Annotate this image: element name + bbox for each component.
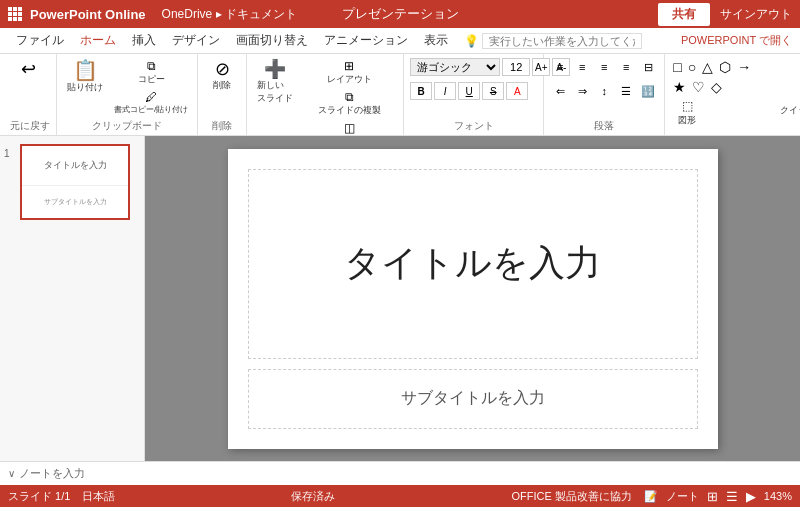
presentation-title: プレゼンテーション [342,5,459,23]
view-reading-icon[interactable]: ☰ [726,489,738,504]
view-slide-icon[interactable]: ▶ [746,489,756,504]
signin-button[interactable]: サインアウト [720,6,792,23]
app-title: PowerPoint Online [30,7,146,22]
hide-slide-icon: ◫ [344,121,355,135]
shape-rect[interactable]: □ [671,58,683,76]
notes-label: ノートを入力 [19,466,85,481]
menu-view[interactable]: 表示 [416,28,456,53]
shape-circle[interactable]: ○ [686,58,698,76]
view-normal-icon[interactable]: ⊞ [707,489,718,504]
note-icon[interactable]: 📝 [644,490,658,503]
shapes-icon: ⬚ [682,99,693,113]
duplicate-slide-button[interactable]: ⧉ スライドの複製 [301,89,397,118]
font-size-input[interactable] [502,58,530,76]
slide-canvas[interactable]: タイトルを入力 サブタイトルを入力 [228,149,718,449]
ribbon-group-clipboard: 📋 貼り付け ⧉ コピー 🖊 書式コピー/貼り付け クリップボード [57,54,198,135]
justify-button[interactable]: ≡ [616,58,636,76]
copy-button[interactable]: ⧉ コピー [111,58,191,87]
ribbon: ↩ 元に戻す 📋 貼り付け ⧉ コピー 🖊 書式コピー/貼り付け クリップボ [0,54,800,136]
shape-heart[interactable]: ♡ [690,78,707,96]
shape-star[interactable]: ★ [671,78,688,96]
notes-chevron-icon: ∨ [8,468,15,479]
menu-design[interactable]: デザイン [164,28,228,53]
shape-diamond[interactable]: ◇ [709,78,724,96]
duplicate-icon: ⧉ [345,90,354,104]
menu-transitions[interactable]: 画面切り替え [228,28,316,53]
delete-icon: ⊘ [215,60,230,78]
decrease-indent-button[interactable]: ⇐ [550,82,570,100]
quick-styles-button[interactable]: ✦ クイックスタイル [777,89,800,118]
arrange-button[interactable]: ⚙ 配置 [777,58,800,87]
line-spacing-button[interactable]: ↕ [594,82,614,100]
copy-icon: ⧉ [147,59,156,73]
slide-info: スライド 1/1 [8,489,70,504]
thumb-subtitle: サブタイトルを入力 [44,197,107,207]
ribbon-group-delete: ⊘ 削除 削除 [198,54,247,135]
columns-button[interactable]: ⊟ [638,58,658,76]
tell-me-input[interactable] [482,33,642,49]
slide-number: 1 [4,148,16,159]
slide-panel: 1 タイトルを入力 サブタイトルを入力 [0,136,145,461]
canvas-area: タイトルを入力 サブタイトルを入力 [145,136,800,461]
bullets-button[interactable]: ☰ [616,82,636,100]
slide-title-text[interactable]: タイトルを入力 [344,239,601,288]
menu-insert[interactable]: 挿入 [124,28,164,53]
align-center-button[interactable]: ≡ [572,58,592,76]
office-link[interactable]: OFFICE 製品改善に協力 [511,489,631,504]
ribbon-group-shapes: □ ○ △ ⬡ → ★ ♡ ◇ ⬚ 図形 ⚙ [665,54,800,135]
undo-button[interactable]: ↩ [10,58,46,80]
font-group-label: フォント [410,119,537,135]
format-painter-button[interactable]: 🖊 書式コピー/貼り付け [111,89,191,116]
title-textbox[interactable]: タイトルを入力 [248,169,698,359]
subtitle-textbox[interactable]: サブタイトルを入力 [248,369,698,429]
app-grid-icon[interactable] [8,7,22,21]
paste-icon: 📋 [73,60,98,80]
status-right: 📝 ノート ⊞ ☰ ▶ 143% [644,489,792,504]
increase-indent-button[interactable]: ⇒ [572,82,592,100]
ribbon-group-font: 游ゴシック A+ A- B I U S A フォント [404,54,544,135]
ribbon-group-paragraph: ≡ ≡ ≡ ≡ ⊟ ⇐ ⇒ ↕ ☰ 🔢 段落 [544,54,665,135]
font-name-select[interactable]: 游ゴシック [410,58,500,76]
menu-home[interactable]: ホーム [72,28,124,53]
shape-hex[interactable]: ⬡ [717,58,733,76]
layout-button[interactable]: ⊞ レイアウト [301,58,397,87]
bold-button[interactable]: B [410,82,432,100]
save-status: 保存済み [127,489,499,504]
thumb-title: タイトルを入力 [44,159,107,172]
undo-label: 元に戻す [10,119,50,135]
shapes-dropdown-button[interactable]: ⬚ 図形 [671,98,703,128]
share-button[interactable]: 共有 [658,3,710,26]
ribbon-group-undo: ↩ 元に戻す [4,54,57,135]
delete-label: 削除 [204,119,240,135]
slide-thumbnail-wrapper: 1 タイトルを入力 サブタイトルを入力 [4,144,140,220]
menu-animations[interactable]: アニメーション [316,28,416,53]
undo-icon: ↩ [21,60,36,78]
slide-thumbnail[interactable]: タイトルを入力 サブタイトルを入力 [20,144,130,220]
paragraph-label: 段落 [550,119,658,135]
powerpoint-link[interactable]: POWERPOINT で開く [681,33,792,48]
main-area: 1 タイトルを入力 サブタイトルを入力 タイトルを入力 サブタイ [0,136,800,461]
italic-button[interactable]: I [434,82,456,100]
paste-button[interactable]: 📋 貼り付け [63,58,107,96]
shape-triangle[interactable]: △ [700,58,715,76]
slide-subtitle-text[interactable]: サブタイトルを入力 [401,388,545,409]
align-left-button[interactable]: ≡ [550,58,570,76]
ribbon-group-slide: ➕ 新しいスライド ⊞ レイアウト ⧉ スライドの複製 ◫ 非表示スライドに設定… [247,54,404,135]
menu-file[interactable]: ファイル [8,28,72,53]
font-color-button[interactable]: A [506,82,528,100]
slide-thumb-inner: タイトルを入力 サブタイトルを入力 [22,146,128,218]
new-slide-icon: ➕ [264,60,286,78]
status-left: スライド 1/1 日本語 保存済み OFFICE 製品改善に協力 [8,489,632,504]
underline-button[interactable]: U [458,82,480,100]
notes-bar[interactable]: ∨ ノートを入力 [0,461,800,485]
language-info: 日本語 [82,489,115,504]
delete-button[interactable]: ⊘ 削除 [204,58,240,94]
menu-bar: ファイル ホーム 挿入 デザイン 画面切り替え アニメーション 表示 💡 POW… [0,28,800,54]
strikethrough-button[interactable]: S [482,82,504,100]
tell-me-area: 💡 [456,33,673,49]
shape-arrow[interactable]: → [735,58,753,76]
status-bar: スライド 1/1 日本語 保存済み OFFICE 製品改善に協力 📝 ノート ⊞… [0,485,800,507]
numbering-button[interactable]: 🔢 [638,82,658,100]
align-right-button[interactable]: ≡ [594,58,614,76]
new-slide-button[interactable]: ➕ 新しいスライド [253,58,297,107]
